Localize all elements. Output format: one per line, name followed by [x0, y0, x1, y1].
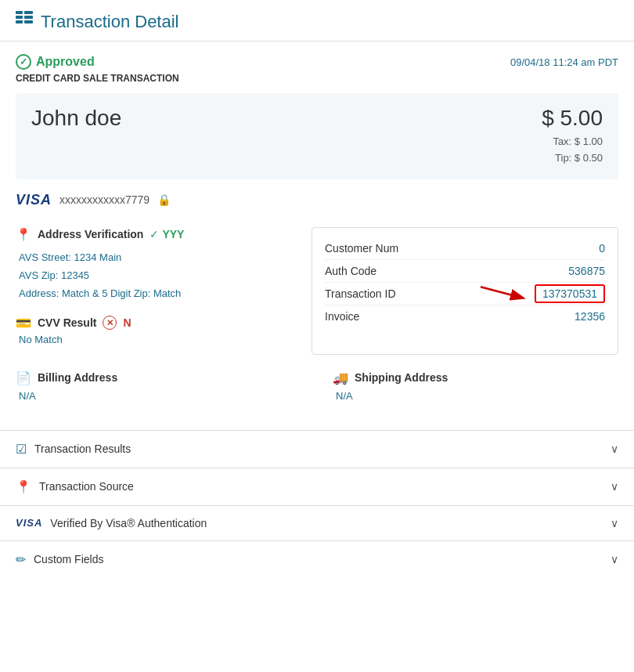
right-details: Customer Num 0 Auth Code 536875 Transact…: [312, 227, 618, 355]
visa-logo: VISA: [16, 192, 52, 208]
invoice-row: Invoice 12356: [325, 305, 605, 327]
accordion-custom-header[interactable]: ✏ Custom Fields ∨: [0, 541, 634, 578]
accordion-transaction-source: 📍 Transaction Source ∨: [0, 468, 634, 505]
avs-result: YYY: [162, 228, 184, 240]
accordion-transaction-results: ☑ Transaction Results ∨: [0, 430, 634, 468]
customer-card: John doe $ 5.00 Tax: $ 1.00 Tip: $ 0.50: [16, 93, 618, 179]
approved-badge: ✓ Approved: [16, 54, 95, 70]
lock-icon: 🔒: [157, 193, 171, 206]
approved-label: Approved: [36, 55, 95, 69]
shipping-value: N/A: [336, 390, 618, 402]
card-info-row: VISA xxxxxxxxxxxx7779 🔒: [16, 192, 618, 215]
transaction-source-label: Transaction Source: [39, 480, 134, 493]
shipping-section: 🚚 Shipping Address N/A: [333, 370, 618, 402]
cvv-title: CVV Result: [38, 316, 96, 329]
avs-details: AVS Street: 1234 Main AVS Zip: 12345 Add…: [19, 248, 296, 303]
auth-code-row: Auth Code 536875: [325, 260, 605, 283]
main-amount: $ 5.00: [542, 106, 603, 131]
shipping-truck-icon: 🚚: [333, 370, 348, 385]
billing-icon: 📄: [16, 370, 31, 385]
customer-num-label: Customer Num: [325, 242, 398, 255]
transaction-results-label: Transaction Results: [34, 443, 131, 455]
chevron-down-icon-results: ∨: [611, 443, 618, 455]
visa-auth-logo: VISA: [16, 517, 42, 529]
accordion-results-header[interactable]: ☑ Transaction Results ∨: [0, 431, 634, 468]
accordion-custom-fields: ✏ Custom Fields ∨: [0, 540, 634, 578]
red-arrow-icon: [477, 280, 531, 302]
timestamp: 09/04/18 11:24 am PDT: [510, 56, 618, 68]
transaction-id-label: Transaction ID: [325, 287, 396, 300]
pencil-icon: ✏: [16, 552, 26, 567]
shipping-header: 🚚 Shipping Address: [333, 370, 618, 385]
cvv-x-icon: ✕: [103, 316, 117, 330]
shipping-title: Shipping Address: [355, 371, 448, 384]
main-content: ✓ Approved 09/04/18 11:24 am PDT CREDIT …: [0, 42, 634, 430]
cvv-header: 💳 CVV Result ✕ N: [16, 316, 296, 331]
left-details: 📍 Address Verification ✓ YYY AVS Street:…: [16, 227, 296, 355]
chevron-down-icon-visa: ∨: [611, 517, 618, 529]
approved-check-icon: ✓: [16, 54, 31, 70]
customer-name: John doe: [31, 106, 121, 131]
visa-auth-label: Verified By Visa® Authentication: [50, 517, 207, 529]
card-number: xxxxxxxxxxxx7779: [59, 193, 149, 206]
billing-section: 📄 Billing Address N/A: [16, 370, 301, 402]
cvv-result: N: [123, 316, 131, 329]
accordion-source-header[interactable]: 📍 Transaction Source ∨: [0, 468, 634, 505]
avs-match: Address: Match & 5 Digit Zip: Match: [19, 284, 296, 302]
accordion-source-left: 📍 Transaction Source: [16, 479, 134, 494]
details-grid: 📍 Address Verification ✓ YYY AVS Street:…: [16, 227, 618, 355]
chevron-down-icon-source: ∨: [611, 480, 618, 493]
yyy-badge: ✓ YYY: [149, 228, 184, 240]
address-row: 📄 Billing Address N/A 🚚 Shipping Address…: [16, 370, 618, 402]
svg-rect-0: [16, 11, 23, 14]
grid-icon: [16, 11, 33, 33]
avs-header: 📍 Address Verification ✓ YYY: [16, 227, 296, 242]
transaction-id-row: Transaction ID 137370531: [325, 283, 605, 305]
page-header: Transaction Detail: [0, 0, 634, 42]
cvv-match-status: No Match: [19, 334, 296, 345]
svg-rect-2: [16, 16, 23, 19]
customer-num-value: 0: [599, 242, 605, 255]
status-row: ✓ Approved 09/04/18 11:24 am PDT: [16, 54, 618, 70]
billing-value: N/A: [19, 390, 301, 402]
invoice-label: Invoice: [325, 310, 359, 323]
cvv-card-icon: 💳: [16, 316, 31, 331]
accordion-custom-left: ✏ Custom Fields: [16, 552, 103, 567]
checkmark-icon: ☑: [16, 442, 27, 457]
invoice-value: 12356: [575, 310, 605, 323]
auth-code-value: 536875: [568, 265, 605, 277]
auth-code-label: Auth Code: [325, 265, 376, 277]
svg-line-7: [481, 287, 522, 298]
customer-num-row: Customer Num 0: [325, 237, 605, 260]
transaction-id-value: 137370531: [535, 284, 605, 303]
svg-rect-3: [24, 16, 33, 19]
transaction-id-wrapper: 137370531: [535, 287, 605, 300]
accordion-container: ☑ Transaction Results ∨ 📍 Transaction So…: [0, 430, 634, 578]
svg-rect-5: [24, 20, 33, 23]
svg-rect-1: [24, 11, 33, 14]
tax-amount: Tax: $ 1.00: [542, 134, 603, 150]
custom-fields-label: Custom Fields: [34, 553, 103, 565]
tip-amount: Tip: $ 0.50: [542, 150, 603, 167]
accordion-visa-left: VISA Verified By Visa® Authentication: [16, 517, 207, 529]
amount-area: $ 5.00 Tax: $ 1.00 Tip: $ 0.50: [542, 106, 603, 167]
chevron-down-icon-custom: ∨: [611, 553, 618, 565]
avs-street: AVS Street: 1234 Main: [19, 248, 296, 266]
accordion-visa-header[interactable]: VISA Verified By Visa® Authentication ∨: [0, 506, 634, 540]
cvv-section: 💳 CVV Result ✕ N No Match: [16, 316, 296, 345]
avs-check-icon: ✓: [149, 228, 159, 240]
map-pin-icon: 📍: [16, 227, 31, 242]
svg-rect-4: [16, 20, 23, 23]
avs-title: Address Verification: [38, 228, 143, 240]
sub-amounts: Tax: $ 1.00 Tip: $ 0.50: [542, 134, 603, 167]
accordion-results-left: ☑ Transaction Results: [16, 442, 131, 457]
billing-title: Billing Address: [38, 371, 117, 384]
avs-zip: AVS Zip: 12345: [19, 266, 296, 284]
accordion-visa-auth: VISA Verified By Visa® Authentication ∨: [0, 505, 634, 540]
billing-header: 📄 Billing Address: [16, 370, 301, 385]
page-title: Transaction Detail: [41, 12, 178, 32]
transaction-type: CREDIT CARD SALE TRANSACTION: [16, 73, 618, 84]
pin-icon: 📍: [16, 479, 31, 494]
